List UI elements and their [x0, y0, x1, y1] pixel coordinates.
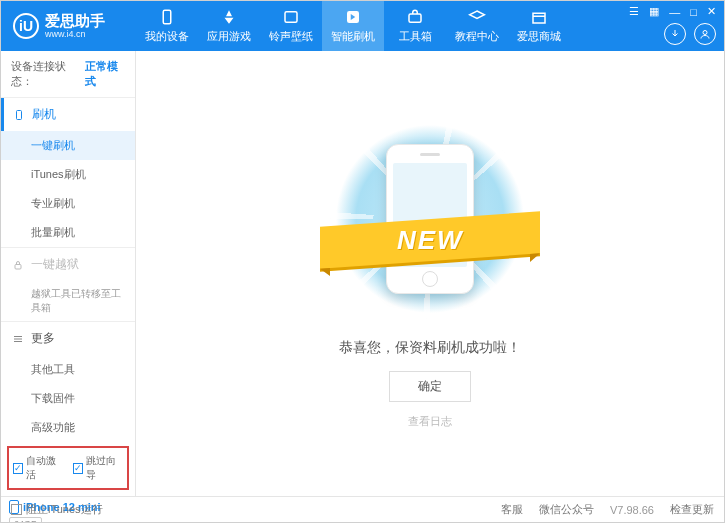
view-log-link[interactable]: 查看日志 [408, 414, 452, 429]
nav-label: 铃声壁纸 [269, 29, 313, 44]
toolbox-icon [406, 8, 424, 26]
nav-my-device[interactable]: 我的设备 [136, 1, 198, 51]
sidebar-item-itunes[interactable]: iTunes刷机 [1, 160, 135, 189]
sidebar-item-batch[interactable]: 批量刷机 [1, 218, 135, 247]
user-button[interactable] [694, 23, 716, 45]
svg-rect-0 [163, 10, 171, 24]
nav-store[interactable]: 爱思商城 [508, 1, 570, 51]
titlebar: iU 爱思助手 www.i4.cn 我的设备 应用游戏 铃声壁纸 智能刷机 工具… [1, 1, 724, 51]
settings-icon[interactable]: ☰ [629, 5, 639, 18]
minimize-button[interactable]: — [669, 6, 680, 18]
footer-check-update[interactable]: 检查更新 [670, 502, 714, 517]
store-icon [530, 8, 548, 26]
chk-label: 跳过向导 [86, 454, 123, 482]
wallpaper-icon [282, 8, 300, 26]
app-logo-icon: iU [13, 13, 39, 39]
app-name: 爱思助手 [45, 13, 105, 28]
phone-icon [158, 8, 176, 26]
section-title: 一键越狱 [31, 256, 79, 273]
nav-ringtone[interactable]: 铃声壁纸 [260, 1, 322, 51]
sidebar-item-firmware[interactable]: 下载固件 [1, 384, 135, 413]
section-title: 更多 [31, 330, 55, 347]
ok-button[interactable]: 确定 [389, 371, 471, 402]
svg-rect-7 [15, 264, 21, 269]
main-content: NEW 恭喜您，保资料刷机成功啦！ 确定 查看日志 [136, 51, 724, 496]
apps-icon [220, 8, 238, 26]
svg-rect-3 [409, 14, 421, 22]
nav-apps[interactable]: 应用游戏 [198, 1, 260, 51]
checkbox-auto-activate[interactable]: ✓自动激活 [13, 454, 63, 482]
nav-label: 智能刷机 [331, 29, 375, 44]
footer-version: V7.98.66 [610, 504, 654, 516]
flash-icon [344, 8, 362, 26]
svg-rect-6 [17, 110, 22, 119]
nav-tutorial[interactable]: 教程中心 [446, 1, 508, 51]
connection-status: 设备连接状态： 正常模式 [1, 51, 135, 97]
section-flash[interactable]: 刷机 [1, 98, 135, 131]
success-illustration: NEW [330, 119, 530, 319]
footer-wechat[interactable]: 微信公众号 [539, 502, 594, 517]
nav-label: 爱思商城 [517, 29, 561, 44]
nav-label: 应用游戏 [207, 29, 251, 44]
svg-rect-1 [285, 12, 297, 23]
close-button[interactable]: ✕ [707, 5, 716, 18]
footer-label: 阻止iTunes运行 [26, 502, 103, 517]
success-message: 恭喜您，保资料刷机成功啦！ [339, 339, 521, 357]
nav-label: 工具箱 [399, 29, 432, 44]
section-more[interactable]: 更多 [1, 322, 135, 355]
sidebar-item-other[interactable]: 其他工具 [1, 355, 135, 384]
sidebar: 设备连接状态： 正常模式 刷机 一键刷机 iTunes刷机 专业刷机 批量刷机 … [1, 51, 136, 496]
logo-area: iU 爱思助手 www.i4.cn [1, 13, 136, 39]
list-icon [11, 332, 25, 346]
checkbox-group-highlighted: ✓自动激活 ✓跳过向导 [7, 446, 129, 490]
section-jailbreak: 一键越狱 [1, 248, 135, 281]
checkbox-block-itunes[interactable]: 阻止iTunes运行 [11, 502, 103, 517]
checkbox-skip-guide[interactable]: ✓跳过向导 [73, 454, 123, 482]
sidebar-item-oneclick[interactable]: 一键刷机 [1, 131, 135, 160]
nav-toolbox[interactable]: 工具箱 [384, 1, 446, 51]
svg-point-5 [703, 31, 707, 35]
lock-icon [11, 258, 25, 272]
chk-label: 自动激活 [26, 454, 63, 482]
nav-label: 教程中心 [455, 29, 499, 44]
download-button[interactable] [664, 23, 686, 45]
app-url: www.i4.cn [45, 30, 105, 39]
svg-rect-4 [533, 13, 545, 23]
conn-mode: 正常模式 [85, 59, 125, 89]
sidebar-item-advanced[interactable]: 高级功能 [1, 413, 135, 442]
conn-label: 设备连接状态： [11, 59, 81, 89]
phone-small-icon [12, 108, 26, 122]
tutorial-icon [468, 8, 486, 26]
footer: 阻止iTunes运行 客服 微信公众号 V7.98.66 检查更新 [1, 496, 724, 522]
nav-label: 我的设备 [145, 29, 189, 44]
sidebar-item-pro[interactable]: 专业刷机 [1, 189, 135, 218]
maximize-button[interactable]: □ [690, 6, 697, 18]
section-title: 刷机 [32, 106, 56, 123]
footer-service[interactable]: 客服 [501, 502, 523, 517]
window-controls: ☰ ▦ — □ ✕ [629, 5, 716, 18]
skin-icon[interactable]: ▦ [649, 5, 659, 18]
nav-flash[interactable]: 智能刷机 [322, 1, 384, 51]
jailbreak-note: 越狱工具已转移至工具箱 [1, 281, 135, 321]
